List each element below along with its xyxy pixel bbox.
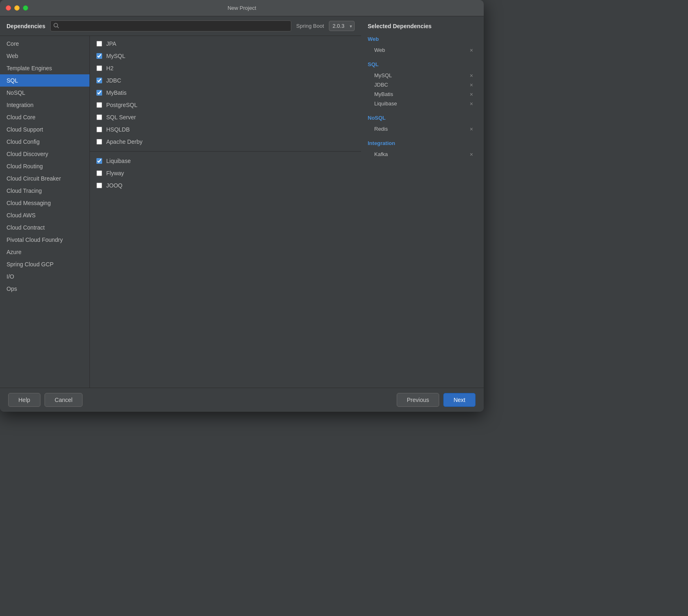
minimize-button[interactable] — [14, 5, 20, 11]
dep-item-postgresql[interactable]: PostgreSQL — [90, 99, 361, 111]
category-item-cloud-messaging[interactable]: Cloud Messaging — [0, 197, 89, 209]
selected-dep-name: Kafka — [374, 151, 388, 157]
selected-dep-name: Web — [374, 47, 385, 53]
selected-dep-web: Web× — [368, 45, 477, 55]
remove-dep-button-mysql[interactable]: × — [469, 73, 474, 78]
remove-dep-button-web[interactable]: × — [469, 47, 474, 53]
selected-dep-name: JDBC — [374, 82, 388, 88]
dep-group-web: WebWeb× — [368, 36, 477, 55]
selected-dep-redis: Redis× — [368, 124, 477, 134]
selected-dep-name: Redis — [374, 126, 388, 132]
selected-dep-mybatis: MyBatis× — [368, 89, 477, 99]
category-item-ops[interactable]: Ops — [0, 283, 89, 295]
category-item-cloud-routing[interactable]: Cloud Routing — [0, 160, 89, 172]
remove-dep-button-redis[interactable]: × — [469, 126, 474, 132]
dep-item-mybatis[interactable]: MyBatis — [90, 87, 361, 99]
dep-checkbox-jpa[interactable] — [96, 41, 102, 47]
svg-line-1 — [57, 27, 59, 28]
dep-item-h2[interactable]: H2 — [90, 62, 361, 74]
category-item-core[interactable]: Core — [0, 38, 89, 50]
category-item-cloud-tracing[interactable]: Cloud Tracing — [0, 185, 89, 197]
dep-group-sql: SQLMySQL×JDBC×MyBatis×Liquibase× — [368, 61, 477, 108]
category-item-web[interactable]: Web — [0, 50, 89, 62]
category-item-cloud-contract[interactable]: Cloud Contract — [0, 221, 89, 234]
category-item-integration[interactable]: Integration — [0, 99, 89, 111]
remove-dep-button-kafka[interactable]: × — [469, 152, 474, 157]
dep-group-label-sql: SQL — [368, 61, 477, 67]
bottom-left-buttons: Help Cancel — [8, 393, 83, 407]
category-item-io[interactable]: I/O — [0, 270, 89, 283]
category-item-cloud-support[interactable]: Cloud Support — [0, 123, 89, 136]
maximize-button[interactable] — [23, 5, 28, 11]
dep-checkbox-apache-derby[interactable] — [96, 139, 102, 145]
dep-item-jooq[interactable]: JOOQ — [90, 179, 361, 192]
category-item-pivotal-cloud-foundry[interactable]: Pivotal Cloud Foundry — [0, 234, 89, 246]
dep-checkbox-postgresql[interactable] — [96, 102, 102, 108]
remove-dep-button-mybatis[interactable]: × — [469, 92, 474, 97]
dep-label-postgresql: PostgreSQL — [106, 102, 137, 108]
dep-checkbox-h2[interactable] — [96, 65, 102, 71]
category-item-cloud-discovery[interactable]: Cloud Discovery — [0, 148, 89, 160]
dep-checkbox-hsqldb[interactable] — [96, 127, 102, 132]
dep-label-h2: H2 — [106, 65, 114, 71]
bottom-bar: Help Cancel Previous Next — [0, 388, 484, 412]
category-item-cloud-config[interactable]: Cloud Config — [0, 136, 89, 148]
dep-checkbox-flyway[interactable] — [96, 170, 102, 176]
dep-group-integration: IntegrationKafka× — [368, 140, 477, 159]
dep-item-jpa[interactable]: JPA — [90, 38, 361, 50]
dependencies-label: Dependencies — [7, 23, 45, 29]
search-icon — [54, 23, 59, 29]
dep-item-sql-server[interactable]: SQL Server — [90, 111, 361, 123]
window-title: New Project — [228, 5, 256, 11]
category-item-cloud-circuit-breaker[interactable]: Cloud Circuit Breaker — [0, 172, 89, 185]
search-wrapper — [50, 20, 291, 31]
dep-checkbox-liquibase[interactable] — [96, 158, 102, 164]
dep-item-jdbc[interactable]: JDBC — [90, 74, 361, 87]
remove-dep-button-jdbc[interactable]: × — [469, 82, 474, 88]
dep-item-apache-derby[interactable]: Apache Derby — [90, 136, 361, 148]
top-row: Dependencies Spring Boot 2.0.3 2.1.0 2.1… — [0, 16, 361, 36]
spring-boot-select-wrapper: 2.0.3 2.1.0 2.1.1 2.1.2 — [329, 21, 355, 31]
dep-checkbox-jooq[interactable] — [96, 183, 102, 188]
category-item-template-engines[interactable]: Template Engines — [0, 62, 89, 74]
dep-item-hsqldb[interactable]: HSQLDB — [90, 123, 361, 136]
right-panel: Selected Dependencies WebWeb×SQLMySQL×JD… — [361, 16, 484, 388]
category-item-sql[interactable]: SQL — [0, 74, 89, 87]
dep-label-hsqldb: HSQLDB — [106, 126, 130, 133]
close-button[interactable] — [6, 5, 11, 11]
selected-deps-title: Selected Dependencies — [368, 23, 477, 29]
dep-divider — [90, 151, 361, 152]
next-button[interactable]: Next — [443, 393, 476, 407]
dep-checkbox-mysql[interactable] — [96, 53, 102, 59]
cancel-button[interactable]: Cancel — [45, 393, 83, 407]
dep-label-flyway: Flyway — [106, 170, 124, 176]
dependency-list: JPAMySQLH2JDBCMyBatisPostgreSQLSQL Serve… — [90, 36, 361, 388]
help-button[interactable]: Help — [8, 393, 40, 407]
remove-dep-button-liquibase[interactable]: × — [469, 101, 474, 107]
previous-button[interactable]: Previous — [397, 393, 439, 407]
dep-checkbox-mybatis[interactable] — [96, 90, 102, 96]
spring-boot-version-select[interactable]: 2.0.3 2.1.0 2.1.1 2.1.2 — [329, 21, 355, 31]
category-item-cloud-core[interactable]: Cloud Core — [0, 111, 89, 123]
search-input[interactable] — [50, 20, 291, 31]
selected-dep-liquibase: Liquibase× — [368, 99, 477, 108]
dep-item-liquibase[interactable]: Liquibase — [90, 155, 361, 167]
panels-row: CoreWebTemplate EnginesSQLNoSQLIntegrati… — [0, 36, 361, 388]
category-item-nosql[interactable]: NoSQL — [0, 87, 89, 99]
selected-dep-kafka: Kafka× — [368, 150, 477, 159]
dep-checkbox-sql-server[interactable] — [96, 114, 102, 120]
selected-dep-mysql: MySQL× — [368, 71, 477, 80]
title-bar: New Project — [0, 0, 484, 16]
dep-item-mysql[interactable]: MySQL — [90, 50, 361, 62]
traffic-lights — [6, 5, 28, 11]
category-item-spring-cloud-gcp[interactable]: Spring Cloud GCP — [0, 258, 89, 270]
category-item-azure[interactable]: Azure — [0, 246, 89, 258]
category-list: CoreWebTemplate EnginesSQLNoSQLIntegrati… — [0, 36, 90, 388]
dep-item-flyway[interactable]: Flyway — [90, 167, 361, 179]
dep-group-label-web: Web — [368, 36, 477, 42]
dep-label-liquibase: Liquibase — [106, 158, 131, 164]
dep-label-jpa: JPA — [106, 40, 116, 47]
category-item-cloud-aws[interactable]: Cloud AWS — [0, 209, 89, 221]
dep-checkbox-jdbc[interactable] — [96, 78, 102, 83]
left-section: Dependencies Spring Boot 2.0.3 2.1.0 2.1… — [0, 16, 361, 388]
